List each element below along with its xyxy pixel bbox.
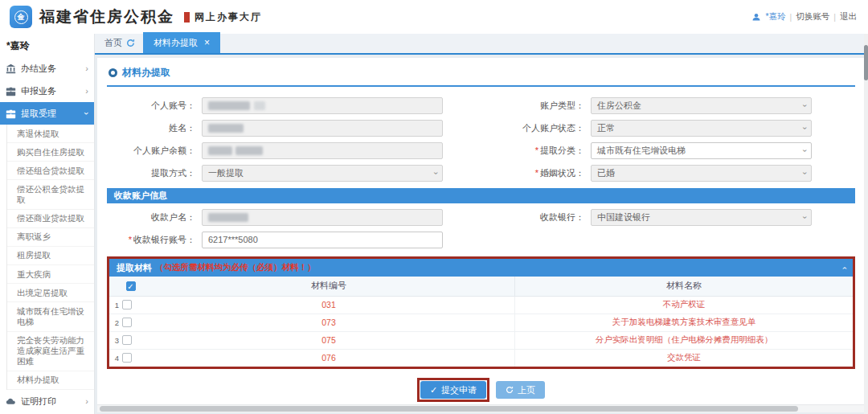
submenu-item-materials-withdraw[interactable]: 材料办提取 [7,371,94,390]
withdraw-form: 个人账号： 账户类型： 住房公积金› 姓名： [107,94,855,184]
brand: 金 福建省住房公积金 网上办事大厅 [10,6,262,28]
cloud-icon [6,396,16,407]
material-code: 073 [143,314,515,331]
withdraw-category-select[interactable]: 城市既有住宅增设电梯› [591,142,812,159]
table-row: 4 076 交款凭证 [109,349,853,367]
section-bullet-icon [108,68,117,77]
submenu-item[interactable]: 重大疾病 [7,265,94,284]
brand-logo-icon: 金 [10,6,32,28]
field-label: *婚姻状况： [470,167,591,179]
material-name: 不动产权证 [515,296,854,314]
payee-name-input[interactable] [202,209,443,226]
select-arrow-icon: › [800,126,809,129]
previous-page-button[interactable]: 上页 [496,381,545,399]
submenu-item[interactable]: 偿还公积金贷款提取 [7,180,94,209]
brand-red-square-icon [184,12,190,23]
masked-value [208,213,248,222]
select-arrow-icon: › [432,171,440,174]
payee-bank-select[interactable]: 中国建设银行› [591,209,812,226]
select-arrow-icon: › [800,104,809,106]
horizontal-scrollbar[interactable] [97,404,865,412]
field-label: 姓名： [107,122,202,134]
check-icon: ✓ [430,385,437,396]
materials-table: ✓ 材料编号 材料名称 1 031 不动产权证 [109,277,853,367]
vertical-scrollbar[interactable] [864,34,868,414]
withdraw-method-select[interactable]: 一般提取› [202,165,443,182]
top-header: 金 福建省住房公积金 网上办事大厅 *嘉玲 | 切换账号 | 退出 [0,0,868,34]
select-all-checkbox[interactable]: ✓ [126,281,136,291]
username-link[interactable]: *嘉玲 [765,11,785,23]
masked-value [254,101,265,110]
briefcase-icon [6,109,16,119]
masked-value [208,146,232,155]
materials-note: （勾选所需材料均为必传（必须）材料！） [155,262,316,273]
table-row: 2 073 关于加装电梯建筑方案技术审查意见单 [109,314,853,331]
main-area: 首页 材料办提取 × 材料办提取 个人 [95,34,868,414]
chevron-right-icon: › [85,64,88,73]
submenu-item[interactable]: 离职返乡 [7,228,94,247]
select-arrow-icon: › [800,215,809,218]
row-checkbox[interactable] [122,353,132,363]
materials-annotation-box: 提取材料 （勾选所需材料均为必传（必须）材料！） › ✓ 材料编号 材料名称 [107,256,855,369]
chevron-right-icon: › [85,86,88,96]
separator: | [833,12,836,22]
select-arrow-icon: › [800,171,809,174]
sidebar-item-certificate-print[interactable]: 证明打印 › [0,390,94,412]
payee-account-input[interactable]: 6217***5080 [202,232,443,248]
materials-header: 提取材料 （勾选所需材料均为必传（必须）材料！） › [109,259,853,277]
personal-account-input[interactable] [202,97,443,114]
sidebar-item-completed-business[interactable]: 办结业务 › [0,57,94,80]
switch-account-link[interactable]: 切换账号 [796,11,829,23]
submenu-item[interactable]: 出境定居提取 [7,284,94,302]
field-label: *收款银行账号： [107,234,202,246]
tab-home[interactable]: 首页 [95,37,143,53]
material-name: 交款凭证 [515,349,854,367]
vertical-scrollbar-thumb[interactable] [864,45,868,80]
tab-materials-withdraw[interactable]: 材料办提取 × [143,32,220,53]
submenu-item[interactable]: 完全丧失劳动能力造成家庭生活严重困难 [7,332,94,371]
material-name: 关于加装电梯建筑方案技术审查意见单 [515,314,854,331]
name-input[interactable] [202,120,443,137]
separator: | [790,12,792,22]
sidebar: *嘉玲 办结业务 › 申报业务 › 提取受理 › 离退休提取 购买自住住房提取 [0,34,95,414]
submenu-item[interactable]: 租房提取 [7,247,94,265]
material-code: 076 [143,349,515,367]
masked-value [235,146,263,155]
field-label: 个人账户余额： [107,145,202,157]
table-header-row: ✓ 材料编号 材料名称 [109,277,853,296]
sidebar-item-withdraw-acceptance[interactable]: 提取受理 › [0,102,94,125]
panel-header: 材料办提取 [107,63,855,87]
field-label: 个人账户状态： [470,122,591,134]
briefcase-icon [6,86,16,96]
close-icon[interactable]: × [204,38,210,47]
select-arrow-icon: › [800,149,809,151]
account-type-select[interactable]: 住房公积金› [591,97,812,114]
submenu-item[interactable]: 购买自住住房提取 [7,143,94,162]
row-checkbox[interactable] [122,300,132,309]
collapse-chevron-icon[interactable]: › [840,266,849,268]
brand-title: 福建省住房公积金 [39,6,174,27]
sidebar-item-declare-business[interactable]: 申报业务 › [0,80,94,102]
account-balance-input[interactable] [202,142,443,159]
tab-bar: 首页 材料办提取 × [95,34,868,55]
submenu-item[interactable]: 离退休提取 [7,125,94,143]
chevron-right-icon: › [85,396,88,406]
field-label: 提取方式： [107,167,202,179]
refresh-icon[interactable] [126,39,135,47]
back-refresh-icon [506,386,514,394]
submenu-item[interactable]: 偿还组合贷款提取 [7,162,94,180]
submenu-item[interactable]: 偿还商业贷款提取 [7,210,94,228]
marital-status-select[interactable]: 已婚› [591,165,812,182]
row-checkbox[interactable] [122,318,132,327]
column-header-code: 材料编号 [143,277,515,296]
horizontal-scrollbar-thumb[interactable] [100,406,798,412]
material-code: 031 [143,296,515,314]
submit-application-button[interactable]: ✓ 提交申请 [420,381,486,399]
field-label: 账户类型： [470,100,591,112]
sidebar-username: *嘉玲 [0,34,94,57]
row-checkbox[interactable] [122,335,132,345]
account-status-select[interactable]: 正常› [591,120,812,137]
logout-link[interactable]: 退出 [840,11,857,23]
user-avatar-icon [751,12,761,22]
submenu-item[interactable]: 城市既有住宅增设电梯 [7,302,94,331]
